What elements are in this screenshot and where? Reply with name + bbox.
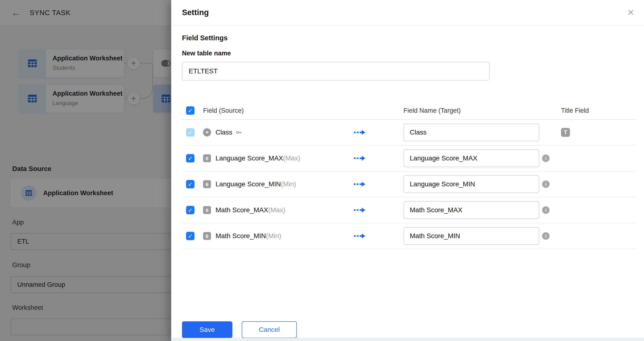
field-target-input[interactable] [404,150,539,167]
row-checkbox[interactable]: ✓ [186,154,194,162]
save-button[interactable]: Save [182,321,232,338]
field-source-label: Language Score_MIN (Min) [216,180,296,188]
row-checkbox[interactable]: ✓ [186,232,194,240]
map-arrow-icon [354,233,366,239]
drawer-title: Setting [182,0,209,25]
field-suffix: (Min) [266,232,281,240]
map-arrow-icon [354,129,366,136]
field-suffix: (Max) [283,154,300,162]
field-target-input[interactable] [404,201,539,219]
table-row: ✓ Class [182,120,637,146]
field-mapping-table: ✓ Field (Source) Field Name (Target) Tit… [182,102,637,249]
header-field-target: Field Name (Target) [404,107,461,114]
check-icon: ✓ [188,181,192,188]
info-icon: i [542,232,550,240]
row-checkbox[interactable]: ✓ [186,180,194,188]
table-row: ✓ 6 Math Score_MAX (Max) i [182,197,637,223]
info-icon: i [542,206,550,214]
field-suffix: (Max) [268,206,285,214]
field-target-input[interactable] [404,124,539,141]
new-table-name-input[interactable] [182,62,490,80]
check-icon: ✓ [188,107,192,114]
info-icon: i [542,180,550,188]
field-source-label: Language Score_MAX (Max) [216,154,300,162]
header-field-source: Field (Source) [203,107,244,114]
number-type-icon: 6 [203,154,211,162]
field-source-label: Math Score_MAX (Max) [216,206,285,214]
check-icon: ✓ [188,232,192,239]
cancel-button[interactable]: Cancel [242,321,297,338]
title-field-badge[interactable]: T [561,128,570,137]
map-arrow-icon [354,207,366,213]
setting-drawer: Setting × Field Settings New table name … [171,0,644,341]
info-icon: i [542,155,550,162]
field-name: Class [216,128,232,136]
check-icon: ✓ [188,129,192,136]
field-target-input[interactable] [404,175,539,193]
field-source-label: Math Score_MIN (Min) [216,232,281,240]
field-source-label: Class [216,128,242,136]
header-title-field: Title Field [561,107,589,114]
screen: ← SYNC TASK Application Worksheet Studen… [0,0,644,341]
check-icon: ✓ [188,155,192,162]
map-arrow-icon [354,181,366,187]
table-row: ✓ 6 Math Score_MIN (Min) i [182,223,637,249]
row-checkbox[interactable]: ✓ [186,206,194,214]
check-icon: ✓ [188,207,192,214]
field-suffix: (Min) [281,180,296,188]
key-icon [235,129,242,136]
row-checkbox-disabled: ✓ [186,128,194,137]
field-name: Math Score_MAX [216,206,268,214]
close-icon[interactable]: × [628,7,634,18]
field-name: Language Score_MIN [216,180,281,188]
drawer-bottom-strip [171,338,644,341]
drawer-header: Setting × [171,0,644,26]
map-arrow-icon [354,155,366,162]
field-name: Language Score_MAX [216,154,283,162]
number-type-icon: 6 [203,206,211,214]
table-row: ✓ 6 Language Score_MAX (Max) i [182,146,637,172]
field-name: Math Score_MIN [216,232,266,240]
field-settings-heading: Field Settings [182,34,228,42]
number-type-icon: 6 [203,232,211,240]
select-all-checkbox[interactable]: ✓ [186,106,194,115]
collapse-chevron-icon[interactable] [202,128,212,137]
number-type-icon: 6 [203,180,211,188]
field-target-input[interactable] [404,227,539,245]
table-header-row: ✓ Field (Source) Field Name (Target) Tit… [182,102,637,120]
table-row: ✓ 6 Language Score_MIN (Min) i [182,172,637,197]
new-table-name-label: New table name [182,50,231,57]
